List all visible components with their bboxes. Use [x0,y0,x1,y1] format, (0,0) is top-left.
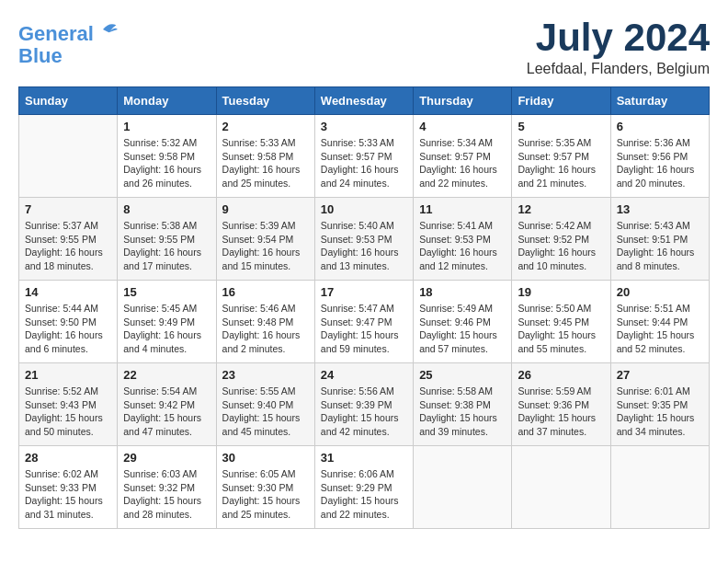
day-number: 31 [321,451,407,465]
calendar-cell: 29Sunrise: 6:03 AM Sunset: 9:32 PM Dayli… [118,446,216,529]
day-info: Sunrise: 5:33 AM Sunset: 9:57 PM Dayligh… [321,136,407,190]
day-info: Sunrise: 5:43 AM Sunset: 9:51 PM Dayligh… [617,219,703,273]
day-number: 10 [321,202,407,216]
day-number: 6 [617,120,703,133]
day-info: Sunrise: 5:37 AM Sunset: 9:55 PM Dayligh… [25,219,111,273]
day-info: Sunrise: 5:40 AM Sunset: 9:53 PM Dayligh… [321,219,407,273]
day-info: Sunrise: 5:35 AM Sunset: 9:57 PM Dayligh… [518,136,604,190]
calendar-cell: 15Sunrise: 5:45 AM Sunset: 9:49 PM Dayli… [118,281,216,363]
day-info: Sunrise: 5:54 AM Sunset: 9:42 PM Dayligh… [123,385,210,439]
day-number: 22 [123,368,210,382]
calendar-cell: 28Sunrise: 6:02 AM Sunset: 9:33 PM Dayli… [19,446,118,529]
day-info: Sunrise: 5:52 AM Sunset: 9:43 PM Dayligh… [25,385,111,439]
calendar-cell: 24Sunrise: 5:56 AM Sunset: 9:39 PM Dayli… [314,363,413,446]
day-info: Sunrise: 5:38 AM Sunset: 9:55 PM Dayligh… [123,219,210,273]
day-info: Sunrise: 5:34 AM Sunset: 9:57 PM Dayligh… [419,136,506,190]
day-info: Sunrise: 5:51 AM Sunset: 9:44 PM Dayligh… [617,302,703,356]
day-number: 5 [518,120,604,133]
logo-bird-icon [96,18,118,40]
calendar-cell: 27Sunrise: 6:01 AM Sunset: 9:35 PM Dayli… [610,363,709,446]
day-number: 25 [419,368,506,382]
day-info: Sunrise: 5:33 AM Sunset: 9:58 PM Dayligh… [222,136,309,190]
calendar-cell: 16Sunrise: 5:46 AM Sunset: 9:48 PM Dayli… [216,281,314,363]
calendar-cell [19,115,118,198]
calendar-cell [610,446,709,529]
col-header-friday: Friday [512,87,610,115]
calendar-cell: 19Sunrise: 5:50 AM Sunset: 9:45 PM Dayli… [512,281,610,363]
day-number: 15 [123,285,210,299]
calendar-cell [414,446,512,529]
calendar-cell: 25Sunrise: 5:58 AM Sunset: 9:38 PM Dayli… [414,363,512,446]
calendar-table: SundayMondayTuesdayWednesdayThursdayFrid… [18,86,710,529]
calendar-cell: 20Sunrise: 5:51 AM Sunset: 9:44 PM Dayli… [610,281,709,363]
calendar-cell: 23Sunrise: 5:55 AM Sunset: 9:40 PM Dayli… [216,363,314,446]
week-row: 28Sunrise: 6:02 AM Sunset: 9:33 PM Dayli… [19,446,710,529]
day-number: 28 [25,451,111,465]
calendar-cell: 17Sunrise: 5:47 AM Sunset: 9:47 PM Dayli… [314,281,413,363]
calendar-cell: 13Sunrise: 5:43 AM Sunset: 9:51 PM Dayli… [610,198,709,281]
calendar-cell: 22Sunrise: 5:54 AM Sunset: 9:42 PM Dayli… [118,363,216,446]
day-number: 16 [222,285,309,299]
col-header-tuesday: Tuesday [216,87,314,115]
day-info: Sunrise: 5:39 AM Sunset: 9:54 PM Dayligh… [222,219,309,273]
day-number: 3 [321,120,407,133]
calendar-cell: 4Sunrise: 5:34 AM Sunset: 9:57 PM Daylig… [414,115,512,198]
day-number: 29 [123,451,210,465]
col-header-thursday: Thursday [414,87,512,115]
day-info: Sunrise: 5:36 AM Sunset: 9:56 PM Dayligh… [617,136,703,190]
week-row: 21Sunrise: 5:52 AM Sunset: 9:43 PM Dayli… [19,363,710,446]
page-header: General Blue July 2024 Leefdaal, Flander… [18,18,710,77]
day-info: Sunrise: 6:03 AM Sunset: 9:32 PM Dayligh… [123,467,210,522]
day-number: 9 [222,202,309,216]
day-number: 19 [518,285,604,299]
day-info: Sunrise: 5:44 AM Sunset: 9:50 PM Dayligh… [25,302,111,356]
calendar-cell: 14Sunrise: 5:44 AM Sunset: 9:50 PM Dayli… [19,281,118,363]
day-info: Sunrise: 5:46 AM Sunset: 9:48 PM Dayligh… [222,302,309,356]
day-info: Sunrise: 5:50 AM Sunset: 9:45 PM Dayligh… [518,302,604,356]
col-header-monday: Monday [118,87,216,115]
day-number: 12 [518,202,604,216]
day-info: Sunrise: 6:05 AM Sunset: 9:30 PM Dayligh… [222,467,309,522]
day-info: Sunrise: 5:45 AM Sunset: 9:49 PM Dayligh… [123,302,210,356]
month-title: July 2024 [527,18,710,57]
day-number: 8 [123,202,210,216]
day-number: 18 [419,285,506,299]
logo: General Blue [18,18,118,67]
day-info: Sunrise: 6:06 AM Sunset: 9:29 PM Dayligh… [321,467,407,522]
calendar-cell: 9Sunrise: 5:39 AM Sunset: 9:54 PM Daylig… [216,198,314,281]
day-number: 21 [25,368,111,382]
calendar-cell: 21Sunrise: 5:52 AM Sunset: 9:43 PM Dayli… [19,363,118,446]
calendar-cell: 2Sunrise: 5:33 AM Sunset: 9:58 PM Daylig… [216,115,314,198]
day-info: Sunrise: 5:32 AM Sunset: 9:58 PM Dayligh… [123,136,210,190]
day-number: 24 [321,368,407,382]
day-info: Sunrise: 5:47 AM Sunset: 9:47 PM Dayligh… [321,302,407,356]
day-number: 14 [25,285,111,299]
day-number: 23 [222,368,309,382]
day-info: Sunrise: 6:02 AM Sunset: 9:33 PM Dayligh… [25,467,111,522]
calendar-cell: 10Sunrise: 5:40 AM Sunset: 9:53 PM Dayli… [314,198,413,281]
day-number: 17 [321,285,407,299]
calendar-cell: 1Sunrise: 5:32 AM Sunset: 9:58 PM Daylig… [118,115,216,198]
day-info: Sunrise: 5:41 AM Sunset: 9:53 PM Dayligh… [419,219,506,273]
day-info: Sunrise: 5:58 AM Sunset: 9:38 PM Dayligh… [419,385,506,439]
col-header-sunday: Sunday [19,87,118,115]
week-row: 7Sunrise: 5:37 AM Sunset: 9:55 PM Daylig… [19,198,710,281]
col-header-wednesday: Wednesday [314,87,413,115]
calendar-cell: 11Sunrise: 5:41 AM Sunset: 9:53 PM Dayli… [414,198,512,281]
day-info: Sunrise: 5:56 AM Sunset: 9:39 PM Dayligh… [321,385,407,439]
day-number: 4 [419,120,506,133]
location: Leefdaal, Flanders, Belgium [527,61,710,77]
calendar-cell: 7Sunrise: 5:37 AM Sunset: 9:55 PM Daylig… [19,198,118,281]
calendar-cell: 12Sunrise: 5:42 AM Sunset: 9:52 PM Dayli… [512,198,610,281]
calendar-cell: 5Sunrise: 5:35 AM Sunset: 9:57 PM Daylig… [512,115,610,198]
day-info: Sunrise: 5:49 AM Sunset: 9:46 PM Dayligh… [419,302,506,356]
calendar-cell: 3Sunrise: 5:33 AM Sunset: 9:57 PM Daylig… [314,115,413,198]
week-row: 1Sunrise: 5:32 AM Sunset: 9:58 PM Daylig… [19,115,710,198]
calendar-cell: 26Sunrise: 5:59 AM Sunset: 9:36 PM Dayli… [512,363,610,446]
calendar-cell: 18Sunrise: 5:49 AM Sunset: 9:46 PM Dayli… [414,281,512,363]
day-number: 20 [617,285,703,299]
day-info: Sunrise: 5:42 AM Sunset: 9:52 PM Dayligh… [518,219,604,273]
day-number: 13 [617,202,703,216]
col-header-saturday: Saturday [610,87,709,115]
day-number: 2 [222,120,309,133]
